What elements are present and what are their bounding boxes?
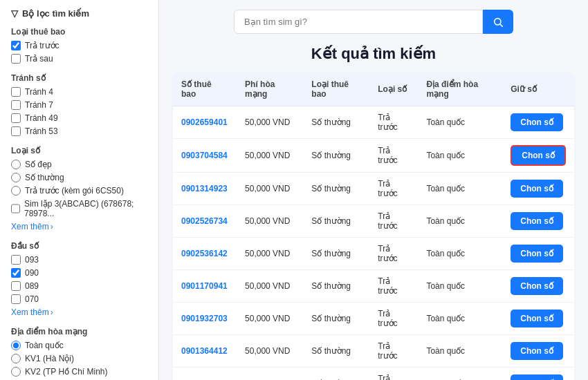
cell-5-2: Trả trước [369,270,418,303]
filter-option-3-3[interactable]: 070 [11,294,147,304]
col-header-4: Địa điểm hòa mạng [418,73,502,106]
see-more-3[interactable]: Xem thêm › [11,307,147,317]
filter-section-0: Loại thuê baoTrả trướcTrả sau [11,27,147,64]
filter-input-2-1[interactable] [11,173,21,182]
cell-0-1: Số thường [303,106,369,139]
filter-section-4: Địa điểm hòa mạngToàn quốcKV1 (Hà Nội)KV… [11,327,147,380]
phone-number-4[interactable]: 0902536142 [173,238,237,270]
cell-7-0: 50,000 VND [237,335,303,368]
choose-button-1[interactable]: Chon số [511,145,566,166]
filter-input-0-0[interactable] [11,41,21,50]
phone-number-1[interactable]: 0903704584 [173,139,237,173]
phone-number-7[interactable]: 0901364412 [173,335,237,368]
cell-0-2: Trả trước [369,106,418,139]
search-button[interactable] [483,10,513,34]
filter-option-4-1[interactable]: KV1 (Hà Nội) [11,354,147,363]
phone-number-5[interactable]: 0901170941 [173,270,237,303]
filter-input-1-3[interactable] [11,126,21,136]
table-row: 090132270450,000 VNDSố thườngTrả trướcTo… [173,368,574,381]
filter-input-3-3[interactable] [11,294,21,304]
filter-input-2-3[interactable] [11,204,20,213]
choose-button-5[interactable]: Chon số [511,277,563,295]
filter-option-1-2[interactable]: Tránh 49 [11,113,147,123]
filter-label-4-2: KV2 (TP Hồ Chí Minh) [25,367,107,377]
filter-option-1-0[interactable]: Tránh 4 [11,87,147,97]
cell-6-1: Số thường [303,303,369,335]
filter-section-3: Đầu số093090089070Xem thêm › [11,241,147,317]
cell-0-0: 50,000 VND [237,106,303,139]
filter-option-3-1[interactable]: 090 [11,268,147,278]
phone-number-6[interactable]: 0901932703 [173,303,237,335]
cell-4-1: Số thường [303,238,369,270]
cell-8-1: Số thường [303,368,369,381]
svg-line-1 [500,24,503,27]
choose-button-2[interactable]: Chon số [511,180,563,198]
table-row: 090131492350,000 VNDSố thườngTrả trướcTo… [173,173,574,205]
phone-number-8[interactable]: 0901322704 [173,368,237,381]
see-more-2[interactable]: Xem thêm › [11,222,147,231]
cell-1-0: 50,000 VND [237,139,303,173]
choose-button-7[interactable]: Chon số [511,342,563,360]
cell-6-0: 50,000 VND [237,303,303,335]
choose-button-3[interactable]: Chon số [511,212,563,230]
table-row: 090117094150,000 VNDSố thườngTrả trướcTo… [173,270,574,303]
cell-2-2: Trả trước [369,173,418,205]
filter-option-4-0[interactable]: Toàn quốc [11,341,147,350]
cell-2-3: Toàn quốc [418,173,502,205]
filter-option-2-3[interactable]: Sim lặp 3(ABCABC) (678678; 78978... [11,199,147,218]
filter-label-2-1: Số thường [25,173,64,182]
search-input[interactable] [234,10,483,34]
filter-input-1-2[interactable] [11,113,21,123]
filter-label-3-0: 093 [25,255,39,265]
filter-input-4-0[interactable] [11,341,21,350]
phone-number-3[interactable]: 0902526734 [173,205,237,238]
cell-8-0: 50,000 VND [237,368,303,381]
filter-label-1-1: Tránh 7 [25,100,53,110]
choose-button-8[interactable]: Chon số [511,374,563,380]
filter-option-0-1[interactable]: Trả sau [11,54,147,64]
filter-section-2: Loại sốSố đẹpSố thườngTrả trước (kèm gói… [11,146,147,231]
cell-4-2: Trả trước [369,238,418,270]
table-row: 090193270350,000 VNDSố thườngTrả trướcTo… [173,303,574,335]
cell-1-1: Số thường [303,139,369,173]
filter-label-3-3: 070 [25,294,39,304]
svg-point-0 [495,18,501,24]
filter-input-0-1[interactable] [11,54,21,64]
results-title: Kết quả tìm kiếm [173,45,574,63]
filter-input-2-0[interactable] [11,160,21,169]
phone-number-2[interactable]: 0901314923 [173,173,237,205]
filter-input-4-2[interactable] [11,367,21,377]
phone-number-0[interactable]: 0902659401 [173,106,237,139]
filter-input-4-1[interactable] [11,354,21,363]
filter-option-2-1[interactable]: Số thường [11,173,147,182]
filter-input-3-0[interactable] [11,255,21,265]
cell-3-3: Toàn quốc [418,205,502,238]
choose-button-0[interactable]: Chon số [511,113,563,131]
choose-button-4[interactable]: Chon số [511,245,563,263]
cell-3-0: 50,000 VND [237,205,303,238]
filter-label-4-1: KV1 (Hà Nội) [25,354,74,363]
cell-0-3: Toàn quốc [418,106,502,139]
filter-option-0-0[interactable]: Trả trước [11,41,147,50]
cell-4-3: Toàn quốc [418,238,502,270]
cell-7-1: Số thường [303,335,369,368]
choose-button-6[interactable]: Chon số [511,310,563,327]
filter-input-3-1[interactable] [11,268,21,278]
filter-option-2-2[interactable]: Trả trước (kèm gói 6CS50) [11,186,147,196]
filter-option-3-2[interactable]: 089 [11,281,147,291]
filter-option-1-1[interactable]: Tránh 7 [11,100,147,110]
filter-section-title-1: Tránh số [11,73,147,83]
table-row: 090252673450,000 VNDSố thườngTrả trướcTo… [173,205,574,238]
col-header-2: Loại thuê bao [303,73,369,106]
filter-option-3-0[interactable]: 093 [11,255,147,265]
filter-input-1-0[interactable] [11,87,21,97]
action-cell-1: Chon số [502,139,574,173]
filter-option-2-0[interactable]: Số đẹp [11,160,147,169]
filter-input-1-1[interactable] [11,100,21,110]
filter-option-1-3[interactable]: Tránh 53 [11,126,147,136]
filter-input-2-2[interactable] [11,186,21,196]
filter-input-3-2[interactable] [11,281,21,291]
filter-label-0-0: Trả trước [25,41,59,50]
filter-option-4-2[interactable]: KV2 (TP Hồ Chí Minh) [11,367,147,377]
cell-7-3: Toàn quốc [418,335,502,368]
